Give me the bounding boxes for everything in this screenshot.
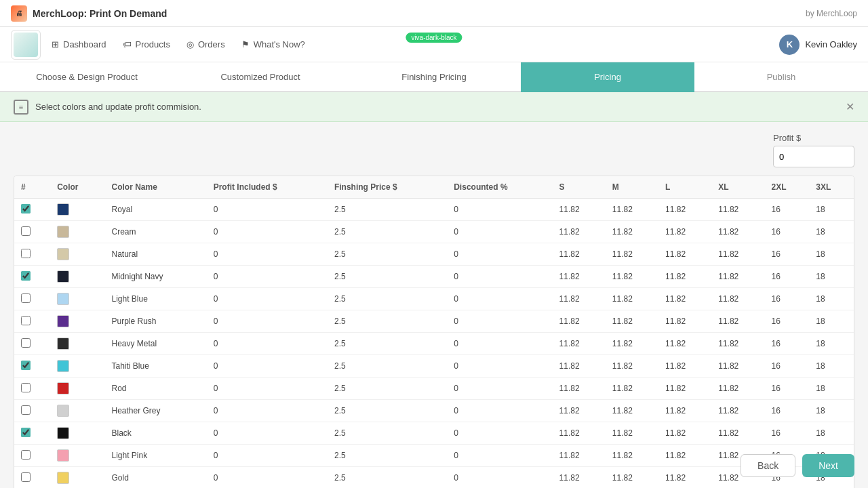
profit-box: Profit $ — [773, 133, 854, 167]
row-checkbox[interactable] — [21, 338, 31, 348]
row-size-l: 11.82 — [658, 378, 711, 400]
row-discounted: 0 — [447, 378, 552, 400]
nav-products[interactable]: 🏷 Products — [123, 37, 170, 52]
color-swatch — [57, 472, 69, 484]
info-bar-text: ≡ Select colors and update profit commis… — [14, 100, 201, 115]
row-checkbox-cell — [14, 445, 50, 467]
row-checkbox[interactable] — [21, 293, 31, 303]
row-discounted: 0 — [447, 467, 552, 489]
col-color-name: Color Name — [104, 176, 206, 199]
row-checkbox-cell — [14, 288, 50, 310]
row-discounted: 0 — [447, 243, 552, 266]
row-checkbox[interactable] — [21, 472, 31, 482]
row-checkbox-cell — [14, 467, 50, 489]
row-checkbox[interactable] — [21, 405, 31, 415]
row-size-l: 11.82 — [658, 333, 711, 355]
nav-orders[interactable]: ◎ Orders — [186, 37, 225, 52]
footer-buttons: Back Next — [741, 454, 854, 477]
row-checkbox[interactable] — [21, 226, 31, 236]
color-swatch — [57, 226, 69, 238]
step-customized[interactable]: Customized Product — [174, 62, 347, 92]
row-color-swatch-cell — [50, 288, 104, 310]
row-size-xl: 11.82 — [711, 221, 764, 243]
info-close-button[interactable]: ✕ — [846, 100, 854, 113]
row-size-l: 11.82 — [658, 467, 711, 489]
row-color-name: Natural — [104, 243, 206, 266]
tag-icon: 🏷 — [123, 39, 132, 49]
row-checkbox[interactable] — [21, 383, 31, 392]
row-size-m: 11.82 — [606, 221, 658, 243]
row-checkbox[interactable] — [21, 316, 31, 325]
row-checkbox[interactable] — [21, 249, 31, 258]
row-checkbox-cell — [14, 221, 50, 243]
row-size-3xl: 18 — [809, 310, 854, 333]
col-l: L — [658, 176, 711, 199]
color-swatch — [57, 203, 69, 216]
row-finishing-price: 2.5 — [328, 355, 447, 378]
row-size-s: 11.82 — [553, 333, 606, 355]
row-checkbox[interactable] — [21, 204, 31, 214]
row-size-l: 11.82 — [658, 199, 711, 221]
row-discounted: 0 — [447, 355, 552, 378]
row-size-2xl: 16 — [765, 288, 810, 310]
profit-input[interactable] — [773, 146, 854, 167]
color-swatch — [57, 293, 69, 305]
table-row: Purple Rush02.5011.8211.8211.8211.821618 — [14, 310, 854, 333]
color-swatch — [57, 382, 69, 394]
nav-left: ⊞ Dashboard 🏷 Products ◎ Orders ⚑ What's… — [11, 30, 305, 60]
row-color-swatch-cell — [50, 310, 104, 333]
back-button[interactable]: Back — [741, 454, 795, 477]
row-color-swatch-cell — [50, 333, 104, 355]
row-size-xl: 11.82 — [711, 266, 764, 288]
nav-user: K Kevin Oakley — [779, 35, 857, 55]
row-checkbox[interactable] — [21, 428, 31, 437]
step-finishing-pricing[interactable]: Finishing Pricing — [347, 62, 521, 92]
table-row: Tahiti Blue02.5011.8211.8211.8211.821618 — [14, 355, 854, 378]
step-pricing[interactable]: Pricing — [521, 62, 694, 92]
row-finishing-price: 2.5 — [328, 445, 447, 467]
row-size-xl: 11.82 — [711, 243, 764, 266]
row-size-l: 11.82 — [658, 221, 711, 243]
row-size-xl: 11.82 — [711, 310, 764, 333]
row-checkbox-cell — [14, 199, 50, 221]
row-color-swatch-cell — [50, 445, 104, 467]
row-size-m: 11.82 — [606, 243, 658, 266]
app-logo-small: 🖨 — [11, 5, 27, 22]
step-choose-design[interactable]: Choose & Design Product — [0, 62, 174, 92]
row-size-3xl: 18 — [809, 221, 854, 243]
row-finishing-price: 2.5 — [328, 266, 447, 288]
row-checkbox-cell — [14, 243, 50, 266]
row-size-l: 11.82 — [658, 355, 711, 378]
row-finishing-price: 2.5 — [328, 288, 447, 310]
table-row: Rod02.5011.8211.8211.8211.821618 — [14, 378, 854, 400]
col-2xl: 2XL — [765, 176, 810, 199]
nav-whatsnow[interactable]: ⚑ What's Now? — [241, 37, 305, 52]
next-button[interactable]: Next — [802, 454, 854, 477]
step-publish[interactable]: Publish — [694, 62, 868, 92]
row-profit-included: 0 — [207, 310, 328, 333]
by-text: by MerchLoop — [806, 9, 857, 18]
nav-dashboard[interactable]: ⊞ Dashboard — [52, 37, 106, 52]
row-checkbox-cell — [14, 310, 50, 333]
col-3xl: 3XL — [809, 176, 854, 199]
row-discounted: 0 — [447, 333, 552, 355]
row-checkbox-cell — [14, 400, 50, 422]
row-size-s: 11.82 — [553, 221, 606, 243]
row-checkbox[interactable] — [21, 450, 31, 460]
row-profit-included: 0 — [207, 422, 328, 445]
row-size-3xl: 18 — [809, 199, 854, 221]
row-checkbox-cell — [14, 422, 50, 445]
row-checkbox-cell — [14, 355, 50, 378]
row-color-name: Gold — [104, 467, 206, 489]
row-profit-included: 0 — [207, 199, 328, 221]
row-size-m: 11.82 — [606, 422, 658, 445]
table-header-row: # Color Color Name Profit Included $ Fin… — [14, 176, 854, 199]
row-checkbox[interactable] — [21, 271, 31, 281]
row-profit-included: 0 — [207, 266, 328, 288]
row-size-3xl: 18 — [809, 400, 854, 422]
row-size-m: 11.82 — [606, 266, 658, 288]
row-checkbox[interactable] — [21, 361, 31, 370]
row-profit-included: 0 — [207, 355, 328, 378]
row-size-l: 11.82 — [658, 422, 711, 445]
profit-section: Profit $ — [14, 133, 854, 167]
